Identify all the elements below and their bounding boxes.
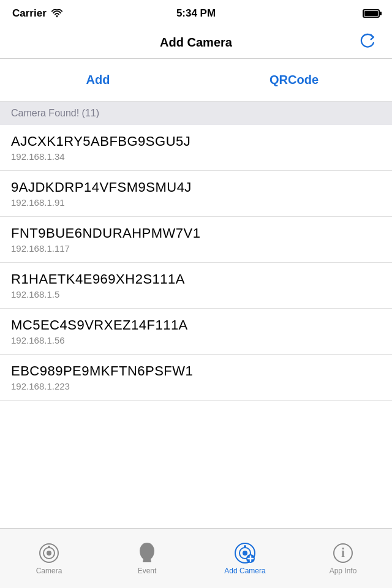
addcamera-tab-icon [234, 542, 256, 564]
svg-point-8 [244, 545, 246, 548]
section-header: Camera Found! (11) [0, 102, 392, 125]
svg-text:i: i [341, 546, 345, 559]
segment-control: Add QRCode [0, 59, 392, 102]
status-time: 5:34 PM [176, 7, 216, 20]
svg-point-4 [48, 546, 50, 548]
segment-add[interactable]: Add [0, 59, 196, 101]
camera-ip: 192.168.1.91 [11, 197, 381, 208]
camera-ip: 192.168.1.223 [11, 381, 381, 391]
svg-point-3 [47, 551, 51, 556]
tab-camera[interactable]: Camera [0, 529, 98, 588]
addcamera-tab-icon-wrap [234, 542, 256, 564]
segment-qrcode[interactable]: QRCode [196, 59, 392, 101]
tab-event-label: Event [138, 567, 157, 575]
battery-icon [363, 9, 380, 18]
svg-point-0 [56, 16, 58, 18]
camera-list-item[interactable]: EBC989PE9MKFTN6PSFW1 192.168.1.223 [0, 355, 392, 401]
camera-name: 9AJDKDRP14VFSM9SMU4J [11, 179, 381, 195]
camera-ip: 192.168.1.5 [11, 289, 381, 300]
camera-list-item[interactable]: R1HAETK4E969XH2S111A 192.168.1.5 [0, 263, 392, 309]
camera-ip: 192.168.1.56 [11, 335, 381, 345]
camera-name: FNT9BUE6NDURAHPMW7V1 [11, 225, 381, 241]
camera-name: R1HAETK4E969XH2S111A [11, 271, 381, 287]
tab-camera-label: Camera [36, 567, 62, 575]
event-tab-icon [138, 543, 156, 564]
camera-list-item[interactable]: 9AJDKDRP14VFSM9SMU4J 192.168.1.91 [0, 171, 392, 217]
tab-bar: Camera Event Add Camera [0, 528, 392, 588]
camera-ip: 192.168.1.34 [11, 151, 381, 162]
nav-title: Add Camera [160, 36, 232, 50]
tab-addcamera-label: Add Camera [224, 567, 265, 575]
svg-point-7 [243, 551, 247, 556]
status-right [363, 9, 380, 18]
camera-name: MC5EC4S9VRXEZ14F111A [11, 317, 381, 333]
camera-tab-icon [39, 543, 59, 564]
wifi-icon [51, 9, 62, 18]
camera-list-item[interactable]: AJCXK1RY5ABFBG9SGU5J 192.168.1.34 [0, 125, 392, 171]
status-bar: Carrier 5:34 PM [0, 0, 392, 27]
tab-appinfo-label: App Info [330, 567, 357, 575]
camera-tab-icon-wrap [38, 542, 60, 564]
appinfo-tab-icon-wrap: i [332, 542, 354, 564]
camera-name: AJCXK1RY5ABFBG9SGU5J [11, 134, 381, 149]
event-tab-icon-wrap [136, 542, 158, 564]
appinfo-tab-icon: i [333, 543, 353, 564]
status-carrier: Carrier [12, 7, 62, 20]
tab-addcamera[interactable]: Add Camera [196, 529, 294, 588]
carrier-label: Carrier [12, 7, 47, 20]
tab-event[interactable]: Event [98, 529, 196, 588]
camera-ip: 192.168.1.117 [11, 243, 381, 254]
camera-list-item[interactable]: FNT9BUE6NDURAHPMW7V1 192.168.1.117 [0, 217, 392, 263]
refresh-button[interactable] [354, 28, 381, 57]
tab-appinfo[interactable]: i App Info [294, 529, 392, 588]
camera-name: EBC989PE9MKFTN6PSFW1 [11, 363, 381, 379]
camera-list-item[interactable]: MC5EC4S9VRXEZ14F111A 192.168.1.56 [0, 309, 392, 355]
main-content: Add QRCode Camera Found! (11) AJCXK1RY5A… [0, 59, 392, 528]
refresh-icon [359, 33, 376, 50]
nav-bar: Add Camera [0, 27, 392, 59]
camera-list: AJCXK1RY5ABFBG9SGU5J 192.168.1.34 9AJDKD… [0, 125, 392, 401]
